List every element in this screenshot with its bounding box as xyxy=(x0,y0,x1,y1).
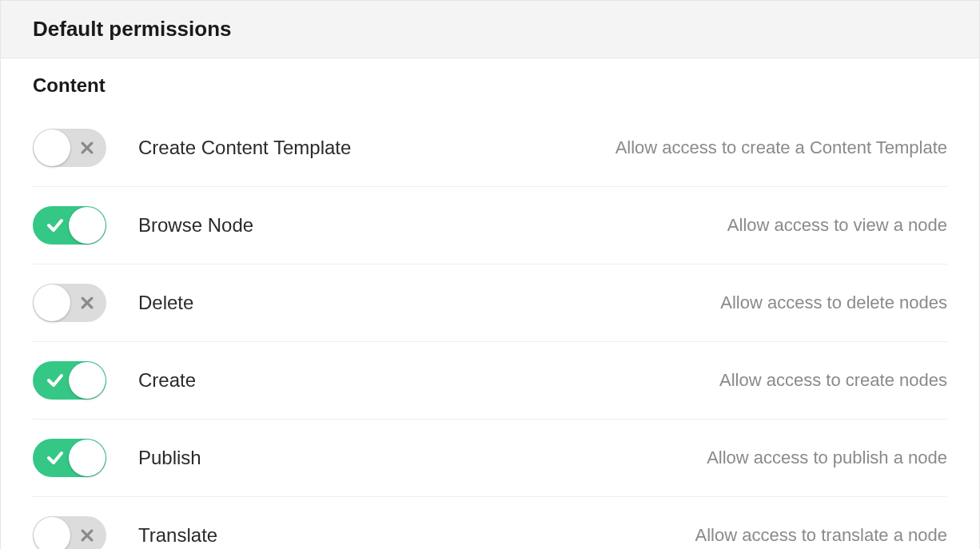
toggle-knob xyxy=(34,517,70,549)
permission-description: Allow access to publish a node xyxy=(707,448,947,468)
permission-description: Allow access to translate a node xyxy=(695,525,947,546)
toggle-knob xyxy=(69,440,106,476)
x-icon xyxy=(79,527,95,543)
permission-label: Translate xyxy=(138,524,695,547)
permission-description: Allow access to view a node xyxy=(727,215,947,236)
toggle-knob xyxy=(69,362,106,399)
permission-label: Browse Node xyxy=(138,214,727,237)
toggle-knob xyxy=(34,284,70,321)
section-title: Content xyxy=(33,74,947,97)
permission-label: Create xyxy=(138,369,719,392)
permissions-panel: Default permissions Content Create Conte… xyxy=(0,0,980,549)
permission-label: Create Content Template xyxy=(138,137,615,159)
toggle-knob xyxy=(34,129,70,166)
permission-description: Allow access to create a Content Templat… xyxy=(615,137,947,158)
permission-row: TranslateAllow access to translate a nod… xyxy=(33,497,947,549)
panel-body: Content Create Content TemplateAllow acc… xyxy=(1,58,979,549)
panel-title: Default permissions xyxy=(33,17,947,42)
permission-toggle[interactable] xyxy=(33,516,106,549)
permission-row: Browse NodeAllow access to view a node xyxy=(33,187,947,265)
panel-header: Default permissions xyxy=(1,1,979,58)
permission-toggle[interactable] xyxy=(33,206,106,245)
permission-row: PublishAllow access to publish a node xyxy=(33,420,947,497)
x-icon xyxy=(79,140,95,156)
check-icon xyxy=(46,448,65,467)
permission-toggle[interactable] xyxy=(33,361,106,400)
permission-description: Allow access to delete nodes xyxy=(720,292,947,313)
permission-toggle[interactable] xyxy=(33,439,106,477)
check-icon xyxy=(46,371,65,390)
toggle-knob xyxy=(69,207,106,244)
x-icon xyxy=(79,295,95,311)
permission-label: Delete xyxy=(138,292,720,314)
permission-row: CreateAllow access to create nodes xyxy=(33,342,947,420)
permissions-list: Create Content TemplateAllow access to c… xyxy=(33,109,947,549)
permission-row: Create Content TemplateAllow access to c… xyxy=(33,109,947,187)
check-icon xyxy=(46,216,65,235)
permission-description: Allow access to create nodes xyxy=(719,370,947,391)
permission-row: DeleteAllow access to delete nodes xyxy=(33,265,947,342)
permission-toggle[interactable] xyxy=(33,129,106,167)
permission-label: Publish xyxy=(138,447,707,469)
permission-toggle[interactable] xyxy=(33,284,106,322)
